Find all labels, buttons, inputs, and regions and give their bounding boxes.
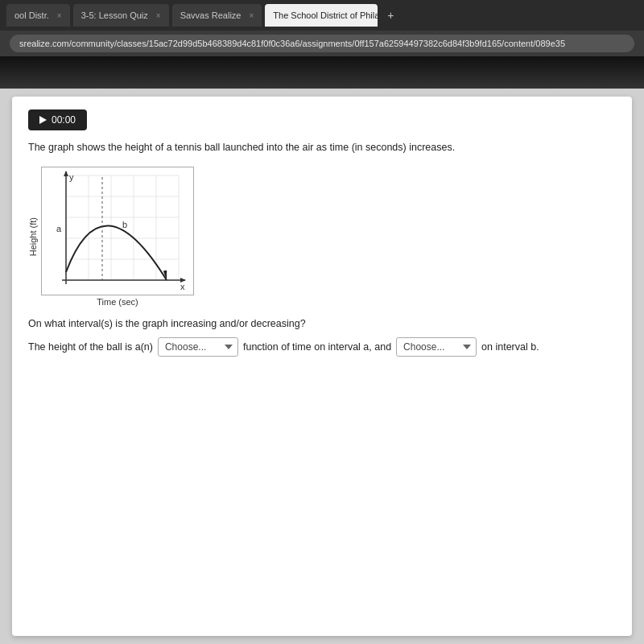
tab-label: Savvas Realize <box>180 10 242 20</box>
play-icon <box>39 116 47 124</box>
content-card: 00:00 The graph shows the height of a te… <box>12 97 632 636</box>
graph-x-label: x <box>180 282 185 291</box>
photo-area <box>0 56 644 89</box>
graph-container: Height (ft) <box>28 167 616 307</box>
y-axis-label: Height (ft) <box>28 217 38 256</box>
graph-a-label: a <box>56 224 62 233</box>
tab-close-icon[interactable]: × <box>156 11 161 20</box>
address-bar <box>0 31 644 56</box>
tab-label: 3-5: Lesson Quiz <box>81 10 148 20</box>
graph-wrapper: y x a b Time (sec) <box>41 167 194 307</box>
video-time: 00:00 <box>52 114 76 126</box>
tab-district[interactable]: ool Distr. × <box>6 4 70 27</box>
dropdown-interval-b[interactable]: Choose... increasing decreasing constant <box>396 337 477 357</box>
x-axis-label: Time (sec) <box>97 297 138 307</box>
new-tab-button[interactable]: + <box>381 6 400 25</box>
graph-b-label: b <box>122 220 127 229</box>
address-input[interactable] <box>10 35 634 52</box>
tab-label: The School District of Philadelp! <box>273 10 378 20</box>
svg-marker-14 <box>64 171 68 176</box>
tab-close-icon[interactable]: × <box>57 11 62 20</box>
tab-label: ool Distr. <box>14 10 49 20</box>
browser-tabs: ool Distr. × 3-5: Lesson Quiz × Savvas R… <box>0 0 644 31</box>
answer-prefix: The height of the ball is a(n) <box>28 341 153 353</box>
graph-svg: y x a b <box>41 167 194 295</box>
dropdown-interval-a[interactable]: Choose... increasing decreasing constant <box>158 337 238 357</box>
answer-row: The height of the ball is a(n) Choose...… <box>28 337 616 357</box>
answer-suffix: on interval b. <box>481 341 539 353</box>
tab-savvas[interactable]: Savvas Realize × <box>172 4 262 27</box>
graph-y-label: y <box>69 172 74 182</box>
question-description: The graph shows the height of a tennis b… <box>28 140 616 155</box>
tab-quiz[interactable]: 3-5: Lesson Quiz × <box>73 4 169 27</box>
interval-question: On what interval(s) is the graph increas… <box>28 318 616 329</box>
tab-close-icon[interactable]: × <box>249 11 254 20</box>
tab-school[interactable]: The School District of Philadelp! × <box>265 4 378 27</box>
content-area: 00:00 The graph shows the height of a te… <box>0 89 644 644</box>
video-button[interactable]: 00:00 <box>28 109 87 130</box>
answer-middle: function of time on interval a, and <box>243 341 391 353</box>
